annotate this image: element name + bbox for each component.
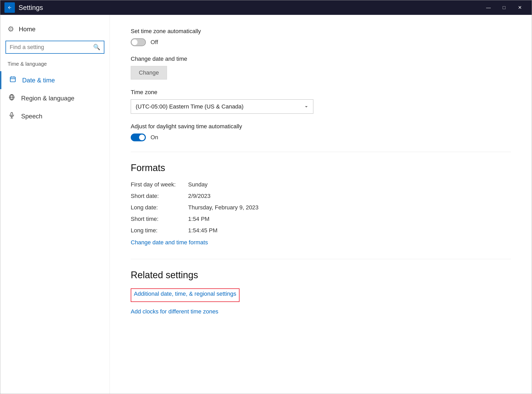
formats-val-4: 1:54:45 PM xyxy=(188,227,218,234)
change-date-time-label: Change date and time xyxy=(131,56,511,62)
formats-table: First day of week: Sunday Short date: 2/… xyxy=(131,181,511,234)
main-content: Set time zone automatically Off Change d… xyxy=(110,15,532,394)
sidebar: ⚙ Home 🔍 Time & language Date & time xyxy=(0,15,110,394)
title-bar: Settings — □ ✕ xyxy=(0,0,532,15)
search-input[interactable] xyxy=(10,44,93,51)
timezone-select[interactable]: (UTC-05:00) Eastern Time (US & Canada) xyxy=(131,99,313,114)
daylight-toggle-knob xyxy=(139,135,145,140)
change-formats-link[interactable]: Change date and time formats xyxy=(131,239,208,246)
sidebar-item-speech[interactable]: Speech xyxy=(0,107,110,125)
formats-val-1: 2/9/2023 xyxy=(188,193,211,199)
related-settings-heading: Related settings xyxy=(131,270,511,281)
svg-rect-4 xyxy=(11,112,13,116)
back-button[interactable] xyxy=(4,2,15,13)
set-timezone-auto-state: Off xyxy=(151,39,158,46)
daylight-saving-row: Adjust for daylight saving time automati… xyxy=(131,123,511,141)
time-zone-label: Time zone xyxy=(131,89,511,96)
change-date-time-row: Change date and time Change xyxy=(131,56,511,80)
formats-val-3: 1:54 PM xyxy=(188,216,210,222)
search-icon: 🔍 xyxy=(93,44,100,51)
formats-section: Formats First day of week: Sunday Short … xyxy=(131,162,511,248)
toggle-knob xyxy=(132,39,138,45)
formats-val-0: Sunday xyxy=(188,181,208,188)
window-controls: — □ ✕ xyxy=(481,0,528,15)
home-label: Home xyxy=(19,26,35,33)
change-date-time-button[interactable]: Change xyxy=(131,66,167,80)
set-timezone-auto-row: Set time zone automatically Off xyxy=(131,28,511,46)
search-box: 🔍 xyxy=(5,41,104,54)
date-time-icon xyxy=(9,76,17,84)
set-timezone-auto-toggle[interactable] xyxy=(131,38,146,46)
additional-settings-highlight: Additional date, time, & regional settin… xyxy=(131,288,240,302)
sidebar-section-label: Time & language xyxy=(0,59,110,71)
sidebar-item-label-date-time: Date & time xyxy=(22,77,55,84)
add-clocks-link[interactable]: Add clocks for different time zones xyxy=(131,308,218,315)
table-row: Short time: 1:54 PM xyxy=(131,216,511,222)
set-timezone-toggle-row: Off xyxy=(131,38,511,46)
formats-key-1: Short date: xyxy=(131,193,188,199)
settings-window: Settings — □ ✕ ⚙ Home 🔍 Time & language xyxy=(0,0,532,394)
sidebar-item-label-speech: Speech xyxy=(21,113,42,120)
divider-related xyxy=(131,259,511,259)
additional-settings-link[interactable]: Additional date, time, & regional settin… xyxy=(131,289,239,299)
time-zone-row: Time zone (UTC-05:00) Eastern Time (US &… xyxy=(131,89,511,114)
daylight-saving-label: Adjust for daylight saving time automati… xyxy=(131,123,511,130)
daylight-saving-state: On xyxy=(151,134,158,141)
table-row: Long date: Thursday, February 9, 2023 xyxy=(131,204,511,211)
speech-icon xyxy=(8,112,16,120)
window-title: Settings xyxy=(19,4,481,12)
formats-key-0: First day of week: xyxy=(131,181,188,188)
table-row: Long time: 1:54:45 PM xyxy=(131,227,511,234)
formats-val-2: Thursday, February 9, 2023 xyxy=(188,204,259,211)
table-row: Short date: 2/9/2023 xyxy=(131,193,511,199)
maximize-button[interactable]: □ xyxy=(496,0,512,15)
sidebar-item-date-time[interactable]: Date & time xyxy=(0,71,110,89)
svg-rect-0 xyxy=(10,77,15,82)
sidebar-item-label-region: Region & language xyxy=(21,95,74,102)
related-settings-section: Related settings Additional date, time, … xyxy=(131,270,511,318)
region-icon xyxy=(8,94,16,102)
sidebar-item-region-language[interactable]: Region & language xyxy=(0,89,110,107)
sidebar-item-home[interactable]: ⚙ Home xyxy=(0,20,110,38)
daylight-saving-toggle[interactable] xyxy=(131,134,146,141)
daylight-toggle-row: On xyxy=(131,134,511,141)
divider-formats xyxy=(131,152,511,152)
close-button[interactable]: ✕ xyxy=(512,0,528,15)
formats-key-2: Long date: xyxy=(131,204,188,211)
minimize-button[interactable]: — xyxy=(481,0,496,15)
set-timezone-auto-label: Set time zone automatically xyxy=(131,28,511,35)
formats-key-4: Long time: xyxy=(131,227,188,234)
formats-key-3: Short time: xyxy=(131,216,188,222)
formats-heading: Formats xyxy=(131,162,511,173)
home-icon: ⚙ xyxy=(8,25,14,33)
table-row: First day of week: Sunday xyxy=(131,181,511,188)
content-area: ⚙ Home 🔍 Time & language Date & time xyxy=(0,15,532,394)
